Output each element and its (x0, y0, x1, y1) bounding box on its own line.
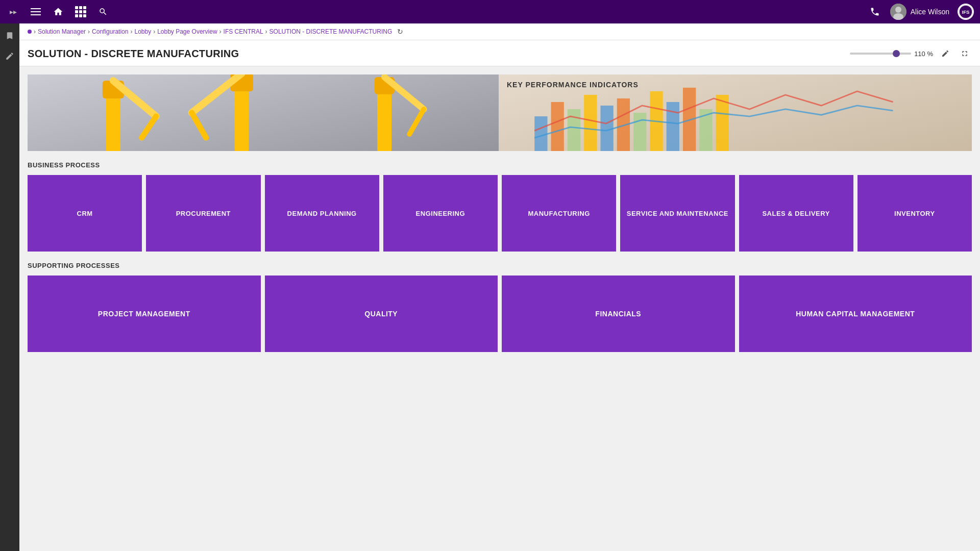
svg-text:IFS: IFS (962, 9, 970, 15)
refresh-icon[interactable]: ↻ (397, 28, 403, 36)
breadcrumb: › Solution Manager › Configuration › Lob… (19, 23, 980, 40)
avatar (890, 4, 906, 20)
apps-icon[interactable] (74, 5, 88, 19)
svg-rect-31 (667, 102, 679, 151)
tile-sales-delivery[interactable]: SALES & DELIVERY (739, 175, 853, 252)
topbar: ▸▸ (0, 0, 980, 23)
zoom-control: 110 % (850, 50, 933, 58)
tile-project-management[interactable]: PROJECT MANAGEMENT (28, 276, 261, 352)
svg-point-1 (895, 7, 901, 13)
breadcrumb-current: SOLUTION - DISCRETE MANUFACTURING (270, 28, 393, 35)
svg-rect-34 (716, 95, 729, 151)
hero-image-right: KEY PERFORMANCE INDICATORS (499, 74, 972, 151)
logo-circle: IFS (958, 4, 974, 20)
svg-rect-27 (600, 106, 613, 151)
svg-rect-5 (28, 74, 499, 151)
zoom-slider[interactable] (850, 53, 911, 55)
business-process-section: BUSINESS PROCESS CRM PROCUREMENT DEMAND … (28, 161, 972, 252)
breadcrumb-dot (28, 30, 32, 34)
tile-service-maintenance[interactable]: SERVICE AND MAINTENANCE (620, 175, 734, 252)
svg-rect-8 (106, 95, 120, 151)
supporting-processes-label: SUPPORTING PROCESSES (28, 262, 972, 269)
tile-financials[interactable]: FINANCIALS (502, 276, 735, 352)
ifs-logo: IFS (958, 4, 974, 20)
supporting-processes-section: SUPPORTING PROCESSES PROJECT MANAGEMENT … (28, 262, 972, 352)
edit-button[interactable] (938, 46, 952, 61)
breadcrumb-configuration[interactable]: Configuration (92, 28, 128, 35)
tile-crm[interactable]: CRM (28, 175, 142, 252)
tile-inventory[interactable]: INVENTORY (857, 175, 972, 252)
home-icon[interactable] (51, 5, 65, 19)
business-process-tiles: CRM PROCUREMENT DEMAND PLANNING ENGINEER… (28, 175, 972, 252)
username: Alice Wilson (911, 8, 949, 16)
business-process-label: BUSINESS PROCESS (28, 161, 972, 169)
hero-row: KEY PERFORMANCE INDICATORS (28, 74, 972, 151)
breadcrumb-ifs-central[interactable]: IFS CENTRAL (224, 28, 263, 35)
page-title: SOLUTION - DISCRETE MANUFACTURING (28, 48, 239, 60)
zoom-label: 110 % (914, 50, 933, 58)
svg-rect-23 (534, 116, 547, 151)
breadcrumb-lobby[interactable]: Lobby (134, 28, 151, 35)
tile-engineering[interactable]: ENGINEERING (383, 175, 498, 252)
hero-image-left (28, 74, 499, 151)
sidebar (0, 23, 19, 551)
topbar-left: ▸▸ (6, 5, 110, 19)
expand-icon[interactable]: ▸▸ (6, 5, 20, 19)
tile-procurement[interactable]: PROCUREMENT (146, 175, 260, 252)
svg-rect-26 (584, 95, 597, 151)
topbar-right: Alice Wilson IFS (868, 4, 974, 20)
sidebar-edit-icon[interactable] (2, 48, 18, 64)
sidebar-bookmark-icon[interactable] (2, 28, 18, 44)
phone-icon[interactable] (868, 5, 882, 19)
tile-manufacturing[interactable]: MANUFACTURING (502, 175, 616, 252)
user-info[interactable]: Alice Wilson (890, 4, 949, 20)
fullscreen-button[interactable] (958, 46, 972, 61)
header-controls: 110 % (850, 46, 972, 61)
content-area: KEY PERFORMANCE INDICATORS (19, 66, 980, 360)
svg-rect-24 (551, 102, 564, 151)
tile-demand-planning[interactable]: DEMAND PLANNING (265, 175, 379, 252)
tile-human-capital-management[interactable]: HUMAN CAPITAL MANAGEMENT (739, 276, 972, 352)
zoom-thumb[interactable] (893, 50, 900, 57)
breadcrumb-lobby-page-overview[interactable]: Lobby Page Overview (157, 28, 217, 35)
search-icon[interactable] (96, 5, 110, 19)
svg-rect-29 (633, 113, 646, 151)
svg-rect-12 (235, 88, 249, 151)
tile-quality[interactable]: QUALITY (265, 276, 498, 352)
svg-rect-25 (568, 109, 580, 151)
kpi-label: KEY PERFORMANCE INDICATORS (507, 81, 639, 89)
page-header: SOLUTION - DISCRETE MANUFACTURING 110 % (19, 40, 980, 66)
menu-icon[interactable] (29, 5, 43, 19)
supporting-process-tiles: PROJECT MANAGEMENT QUALITY FINANCIALS HU… (28, 276, 972, 352)
breadcrumb-solution-manager[interactable]: Solution Manager (38, 28, 86, 35)
svg-rect-16 (377, 91, 391, 151)
